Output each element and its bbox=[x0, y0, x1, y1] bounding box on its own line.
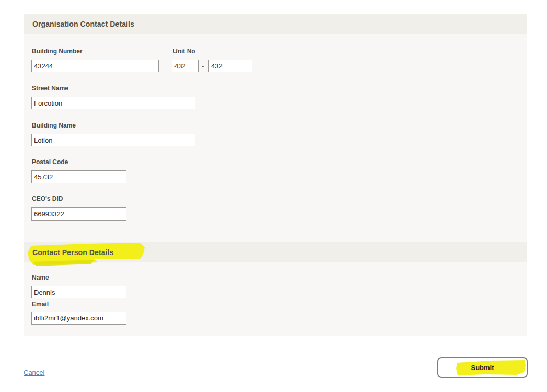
ceo-did-label: CEO's DID bbox=[32, 195, 63, 202]
street-name-input[interactable] bbox=[31, 97, 195, 109]
contact-name-input[interactable] bbox=[31, 286, 126, 298]
submit-button[interactable]: Submit bbox=[437, 357, 528, 378]
unit-no-input-1[interactable] bbox=[172, 60, 199, 72]
submit-button-label: Submit bbox=[438, 358, 527, 377]
street-name-label: Street Name bbox=[32, 85, 68, 92]
building-number-input[interactable] bbox=[31, 60, 159, 72]
postal-code-input[interactable] bbox=[31, 170, 126, 183]
section-header-organisation: Organisation Contact Details bbox=[24, 14, 527, 34]
contact-email-input[interactable] bbox=[31, 312, 126, 325]
contact-name-label: Name bbox=[32, 274, 49, 281]
section-title-contact-person: Contact Person Details bbox=[32, 248, 113, 257]
unit-no-separator: - bbox=[202, 62, 204, 70]
building-name-input[interactable] bbox=[31, 134, 195, 146]
section-header-contact-person: Contact Person Details bbox=[24, 242, 527, 262]
unit-no-label: Unit No bbox=[173, 48, 195, 55]
building-name-label: Building Name bbox=[32, 122, 76, 129]
section-title-organisation: Organisation Contact Details bbox=[32, 20, 134, 28]
ceo-did-input[interactable] bbox=[31, 207, 126, 221]
contact-email-label: Email bbox=[32, 301, 49, 308]
cancel-link[interactable]: Cancel bbox=[24, 368, 44, 376]
postal-code-label: Postal Code bbox=[32, 158, 68, 166]
building-number-label: Building Number bbox=[32, 48, 83, 55]
unit-no-input-2[interactable] bbox=[208, 60, 252, 72]
